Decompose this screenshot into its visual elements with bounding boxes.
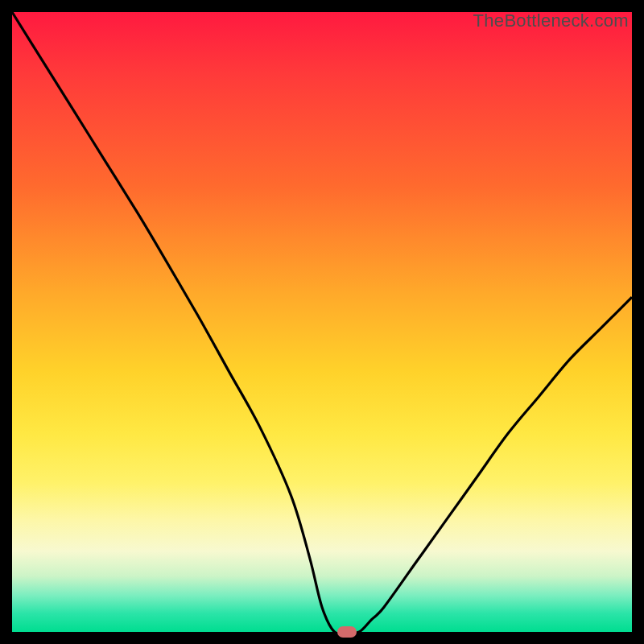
minimum-marker bbox=[337, 626, 357, 638]
bottleneck-curve bbox=[12, 12, 632, 632]
plot-area: TheBottleneck.com bbox=[12, 12, 632, 632]
chart-frame: TheBottleneck.com bbox=[0, 0, 644, 644]
